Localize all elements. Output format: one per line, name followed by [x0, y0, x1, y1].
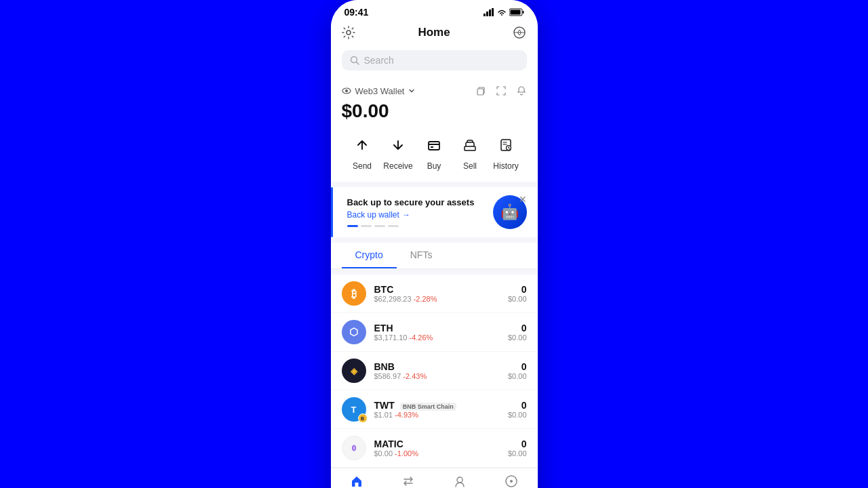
bnb-name: BNB — [374, 361, 500, 372]
status-bar: 09:41 — [331, 0, 538, 22]
twt-values: 0 $0.00 — [508, 400, 527, 419]
svg-rect-24 — [355, 483, 358, 487]
svg-point-7 — [347, 30, 351, 35]
backup-banner: Back up to secure your assets Back up wa… — [331, 187, 538, 237]
phone-frame: 09:41 — [331, 0, 538, 488]
twt-icon: T B — [342, 397, 366, 422]
nav-earn[interactable]: Earn — [443, 474, 477, 488]
matic-price: $0.00 -1.00% — [374, 449, 500, 458]
bnb-price: $586.97 -2.43% — [374, 372, 500, 380]
wallet-balance: $0.00 — [342, 100, 527, 122]
asset-tabs: Crypto NFTs — [331, 243, 538, 269]
battery-icon — [509, 8, 524, 16]
svg-rect-3 — [492, 8, 494, 16]
btc-price: $62,298.23 -2.28% — [374, 295, 500, 303]
eth-values: 0 $0.00 — [508, 323, 527, 342]
eth-price: $3,171.10 -4.26% — [374, 333, 500, 342]
send-button[interactable]: Send — [346, 133, 378, 171]
earn-icon — [452, 474, 467, 488]
svg-line-11 — [356, 62, 359, 65]
buy-label: Buy — [427, 161, 441, 171]
bnb-info: BNB $586.97 -2.43% — [374, 361, 500, 380]
nav-home[interactable]: Home — [340, 474, 374, 488]
receive-label: Receive — [383, 161, 412, 171]
chevron-down-icon[interactable] — [408, 87, 415, 94]
tab-nfts[interactable]: NFTs — [397, 243, 446, 268]
svg-rect-17 — [465, 146, 475, 150]
status-icons — [484, 8, 524, 16]
tab-crypto[interactable]: Crypto — [342, 243, 397, 268]
svg-point-25 — [457, 477, 462, 483]
search-icon — [350, 56, 359, 65]
search-input[interactable]: Search — [342, 50, 527, 70]
svg-rect-15 — [429, 142, 439, 150]
bnb-icon: ◈ — [342, 359, 366, 383]
banner-title: Back up to secure your assets — [347, 197, 493, 207]
matic-icon — [342, 436, 366, 460]
buy-button[interactable]: Buy — [418, 133, 450, 171]
dot-3 — [374, 225, 385, 227]
svg-rect-5 — [522, 11, 524, 14]
copy-icon[interactable] — [475, 85, 486, 96]
dot-2 — [361, 225, 372, 227]
nav-swap[interactable]: Swap — [391, 474, 425, 488]
status-time: 09:41 — [344, 7, 369, 18]
banner-pagination — [347, 225, 493, 227]
btc-values: 0 $0.00 — [508, 284, 527, 303]
receive-button[interactable]: Receive — [382, 133, 414, 171]
wifi-icon — [497, 9, 507, 16]
svg-rect-16 — [431, 146, 433, 148]
matic-values: 0 $0.00 — [508, 439, 527, 458]
twt-price: $1.01 -4.93% — [374, 411, 500, 419]
twt-chain: BNB Smart Chain — [400, 403, 456, 411]
bnb-values: 0 $0.00 — [508, 361, 527, 380]
action-buttons: Send Receive Buy — [342, 133, 527, 171]
twt-name: TWT BNB Smart Chain — [374, 400, 500, 411]
send-label: Send — [353, 161, 372, 171]
search-placeholder: Search — [364, 55, 394, 66]
crypto-list: ₿ BTC $62,298.23 -2.28% 0 $0.00 ⬡ ETH — [331, 274, 538, 468]
nav-discover[interactable]: Discover — [494, 474, 528, 488]
svg-rect-2 — [489, 9, 491, 16]
matic-name: MATIC — [374, 439, 500, 449]
backup-link-text: Back up wallet — [347, 210, 399, 220]
search-bar-container: Search — [331, 46, 538, 77]
svg-rect-6 — [510, 10, 520, 15]
wallet-section: Web3 Wallet $0.00 — [331, 77, 538, 182]
dot-1 — [347, 225, 358, 227]
history-label: History — [493, 161, 518, 171]
eye-icon — [342, 86, 351, 96]
bottom-navigation: Home Swap Earn — [331, 468, 538, 488]
crypto-item-btc[interactable]: ₿ BTC $62,298.23 -2.28% 0 $0.00 — [331, 274, 538, 313]
eth-info: ETH $3,171.10 -4.26% — [374, 323, 500, 342]
crypto-item-twt[interactable]: T B TWT BNB Smart Chain $1.01 -4.93% 0 $… — [331, 390, 538, 429]
twt-info: TWT BNB Smart Chain $1.01 -4.93% — [374, 400, 500, 419]
dot-4 — [388, 225, 399, 227]
header: Home — [331, 22, 538, 46]
btc-icon: ₿ — [342, 281, 366, 306]
eth-icon: ⬡ — [342, 320, 366, 344]
bell-icon[interactable] — [516, 85, 527, 96]
svg-point-27 — [510, 480, 513, 483]
sell-label: Sell — [463, 161, 477, 171]
home-icon — [349, 474, 364, 488]
history-button[interactable]: History — [490, 133, 522, 171]
btc-info: BTC $62,298.23 -2.28% — [374, 284, 500, 303]
crypto-item-matic[interactable]: MATIC $0.00 -1.00% 0 $0.00 — [331, 429, 538, 468]
wallet-link-icon[interactable] — [513, 26, 526, 39]
eth-name: ETH — [374, 323, 500, 333]
backup-wallet-link[interactable]: Back up wallet → — [347, 210, 493, 220]
swap-icon — [401, 474, 416, 488]
matic-info: MATIC $0.00 -1.00% — [374, 439, 500, 458]
svg-rect-14 — [477, 89, 484, 95]
crypto-item-bnb[interactable]: ◈ BNB $586.97 -2.43% 0 $0.00 — [331, 352, 538, 390]
settings-icon[interactable] — [342, 26, 355, 39]
sell-button[interactable]: Sell — [454, 133, 486, 171]
discover-icon — [504, 474, 519, 488]
svg-rect-0 — [484, 14, 486, 16]
signal-icon — [484, 8, 494, 16]
expand-icon[interactable] — [496, 85, 507, 96]
crypto-item-eth[interactable]: ⬡ ETH $3,171.10 -4.26% 0 $0.00 — [331, 313, 538, 352]
svg-point-13 — [345, 89, 348, 92]
banner-close-button[interactable]: ✕ — [519, 194, 527, 205]
